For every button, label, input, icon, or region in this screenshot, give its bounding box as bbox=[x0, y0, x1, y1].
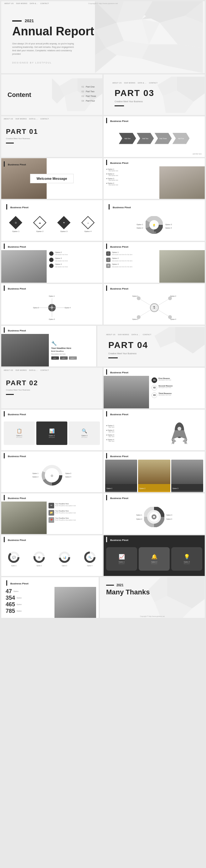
slide-part01: ABOUT US OUR WORKS DATA & ... CONTACT PA… bbox=[1, 116, 102, 157]
note-icon-1: ✏ bbox=[49, 503, 54, 508]
svg-point-38 bbox=[137, 315, 141, 319]
svg-point-36 bbox=[137, 297, 141, 300]
photos-grid-content: Option 1 Option 2 Option 3 bbox=[104, 460, 205, 492]
tag-3: Label 3 bbox=[69, 356, 77, 360]
info-row-3: Option 4description text here bbox=[49, 263, 100, 268]
photo-dark-1: Option 1 bbox=[105, 460, 137, 492]
diamond-label-3: Option 3 bbox=[60, 230, 68, 232]
tool-desc: Description text here bbox=[51, 353, 94, 355]
stats-header: Business Pinot bbox=[6, 580, 94, 586]
card-icon-1: 📋 bbox=[17, 428, 22, 433]
nav-contact: CONTACT bbox=[40, 2, 49, 4]
photo-label-3: Option 3 bbox=[171, 484, 203, 491]
stat-num-4: 785 bbox=[6, 608, 15, 614]
icon-row-1: ⬡ Option 1description text here for this… bbox=[106, 251, 157, 256]
tool-photo-img bbox=[1, 334, 49, 367]
donut-label-4: Option 4 bbox=[84, 565, 96, 566]
stat-row-2: 354 Option bbox=[6, 595, 53, 601]
label-1: Part One bbox=[86, 86, 94, 88]
year-label: 2021 bbox=[25, 19, 34, 23]
sq-text-3: Option 3description text here for this i… bbox=[112, 263, 133, 268]
card-icon-2: 📊 bbox=[49, 428, 55, 433]
dark-card-1: 📈 Option 1 description bbox=[106, 547, 137, 571]
photo-dark-2: Option 3 bbox=[171, 460, 203, 492]
rocket-opt-3: ● Option 3 desc text bbox=[106, 434, 152, 437]
part01-desc: Creative Meet Your Business bbox=[1, 137, 42, 140]
slide-options-photo: Business Pinot ● Option 1 description te… bbox=[104, 158, 205, 199]
stats-photo bbox=[55, 587, 96, 618]
row-9: ABOUT US OUR WORKS DATA & ... CONTACT PA… bbox=[1, 368, 205, 408]
person-tool-content: 🔧 Your Headline Here Bold Headline Descr… bbox=[1, 334, 96, 367]
circ-opt-3: Option 3 bbox=[65, 472, 71, 475]
donut-3: 📊 Option 3 bbox=[59, 551, 70, 566]
year-dash bbox=[12, 20, 22, 22]
svg-line-32 bbox=[139, 298, 154, 308]
thanks-year: 2021 bbox=[116, 584, 123, 587]
stat-label-2: Option bbox=[17, 597, 22, 599]
disk-content: Option 1 Option 2 Option 3 bbox=[104, 501, 205, 533]
slide-arrows: Business Pinot Add One Add Two Add Three bbox=[104, 116, 205, 157]
content-item-2: 02 Part Two bbox=[81, 90, 96, 93]
donut-label-2: Option 2 bbox=[33, 565, 45, 566]
photo-caption-3: Option 3 bbox=[173, 488, 178, 489]
bulb-opt-4: Option 4 bbox=[165, 226, 172, 230]
person-opts-header: Business Pinot bbox=[4, 244, 100, 249]
part04-line bbox=[108, 358, 118, 358]
donut-rings-header: Business Pinot bbox=[4, 537, 100, 542]
svg-rect-28 bbox=[152, 232, 156, 232]
disk-opt-3: Option 3 bbox=[166, 513, 172, 517]
arrow-desc: add title here bbox=[193, 150, 202, 156]
part01-dash bbox=[6, 143, 14, 144]
row-14: Business Pinot 47 Option 354 Option bbox=[1, 577, 205, 618]
slide-thanks: 2021 Many Thanks Copyright © http://www.… bbox=[100, 577, 205, 618]
thanks-copyright: Copyright © http://www.pptstore.net bbox=[140, 615, 165, 617]
bulb-opts-left: Option 1 Option 2 bbox=[137, 223, 143, 230]
card-text-1: description bbox=[15, 436, 24, 438]
dark-card-icon-2: 🔔 bbox=[151, 554, 157, 560]
thanks-title: Many Thanks bbox=[106, 588, 199, 596]
circle-diag-content: Option 1 Option 2 ◎ Option 3 Option 4 bbox=[1, 460, 102, 491]
reasons-photo bbox=[104, 376, 149, 408]
p1-nav-2: OUR WORKS bbox=[16, 118, 27, 120]
photos-grid-header: Business Pinot bbox=[106, 453, 202, 458]
rocket-header: Business Pinot bbox=[106, 411, 202, 416]
diamond-icon-2: ☁ bbox=[33, 216, 46, 229]
slide-lightbulb: Business Pinot Option 1 Option 2 💡 bbox=[104, 200, 205, 241]
donut-4: 🔍 Option 4 bbox=[84, 551, 96, 566]
tool-title: Your Headline Here bbox=[51, 347, 94, 349]
label-3: Part Three bbox=[86, 95, 96, 97]
circ-left-opts: Option 1 Option 2 bbox=[33, 472, 38, 479]
sq-icon-1: ⬡ bbox=[106, 251, 111, 256]
dark-card-icon-3: 💡 bbox=[184, 554, 190, 560]
svg-line-33 bbox=[154, 298, 170, 308]
info-icon-1 bbox=[49, 251, 54, 256]
circle-chart-svg: ◎ bbox=[41, 464, 63, 486]
arrow-3: Add Three bbox=[155, 133, 172, 144]
svg-marker-40 bbox=[175, 327, 205, 353]
slide-part02: ABOUT US OUR WORKS DATA & ... CONTACT PA… bbox=[1, 368, 102, 408]
icon-list-header: Business Pinot bbox=[106, 244, 202, 249]
circle-diag-header: Business Pinot bbox=[4, 453, 100, 458]
p4-nav-2: OUR WORKS bbox=[118, 334, 129, 336]
row-7: Business Pinot Option 1 Option 3 Option … bbox=[1, 284, 205, 324]
notes-header: Business Pinot bbox=[4, 495, 100, 500]
row-8: Business Pinot 🔧 Your Headline Here Bold… bbox=[1, 326, 205, 367]
stat-num-1: 47 bbox=[6, 588, 12, 595]
subtitle-text: Give always 1% of your annual profits an… bbox=[12, 42, 75, 56]
circ-opt-2: Option 2 bbox=[33, 475, 38, 479]
row-5: Business Pinot ⊙ Option 1 ☁ Option 2 bbox=[1, 200, 205, 241]
sq-text-1: Option 1description text here for this i… bbox=[112, 251, 133, 256]
photo-yellow-1: Option 2 bbox=[138, 460, 170, 492]
thanks-dash bbox=[106, 585, 114, 586]
cross-header: Business Pinot bbox=[4, 285, 100, 291]
notes-items: ✏ Your Headline HereBold Headline descri… bbox=[47, 501, 102, 534]
icon-list-photo bbox=[159, 250, 205, 283]
svg-marker-43 bbox=[172, 430, 187, 440]
reason-2: 02 Second Reason description text here bbox=[151, 385, 202, 391]
p3-nav-1: ABOUT US bbox=[112, 82, 121, 84]
p4-nav-3: DATA & ... bbox=[131, 334, 140, 336]
svg-rect-29 bbox=[152, 233, 156, 234]
slide-dollar-diagram: Business Pinot Option 1 Option 2 Option … bbox=[104, 284, 205, 324]
welcome-box: Welcome Message bbox=[30, 174, 74, 183]
slide-welcome: Business Pinot Welcome Message bbox=[1, 158, 102, 199]
